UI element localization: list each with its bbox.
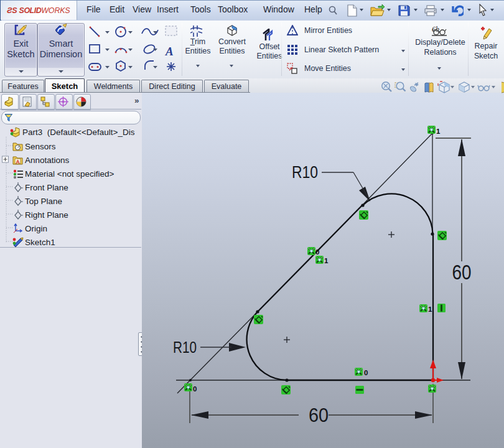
svg-text:6b: 6b	[432, 25, 439, 34]
svg-text:60: 60	[309, 404, 329, 426]
svg-text:0: 0	[193, 385, 197, 393]
svg-text:R10: R10	[292, 162, 318, 182]
svg-text:60: 60	[452, 260, 471, 284]
svg-text:1: 1	[428, 306, 432, 313]
svg-text:A: A	[16, 159, 20, 165]
svg-text:1: 1	[436, 128, 441, 135]
svg-text:R10: R10	[173, 338, 197, 356]
svg-text:0: 0	[364, 369, 368, 376]
svg-text:A: A	[165, 45, 174, 58]
svg-text:0: 0	[315, 248, 319, 256]
svg-text:1: 1	[324, 257, 329, 264]
